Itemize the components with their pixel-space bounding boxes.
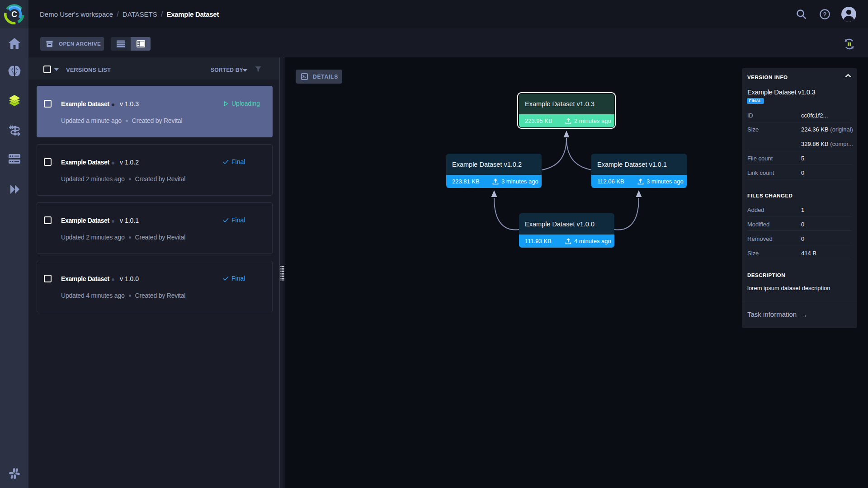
svg-text:?: ?: [823, 11, 827, 18]
svg-text:C: C: [11, 10, 17, 19]
